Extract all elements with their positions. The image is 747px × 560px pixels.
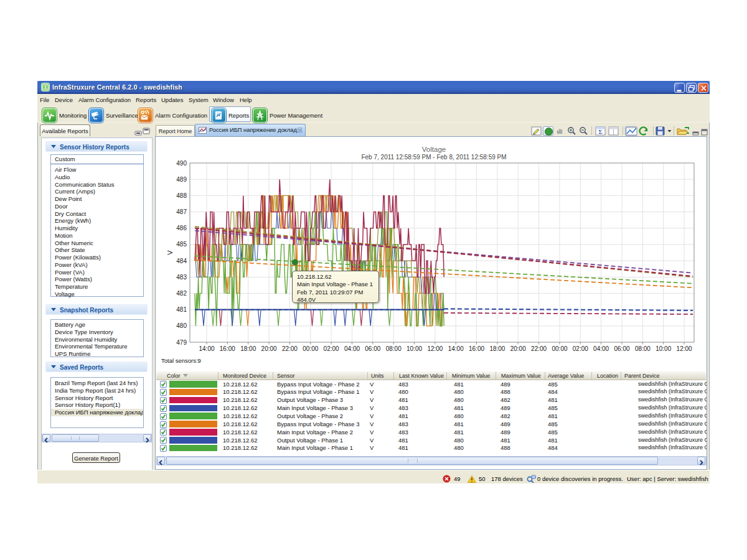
svg-text:06:00: 06:00 <box>614 345 629 352</box>
svg-text:00:00: 00:00 <box>303 345 318 352</box>
svg-text:480: 480 <box>176 322 187 329</box>
svg-text:20:00: 20:00 <box>261 345 277 352</box>
svg-text:02:00: 02:00 <box>324 345 339 352</box>
svg-text:06:00: 06:00 <box>365 345 380 352</box>
svg-text:22:00: 22:00 <box>531 345 547 352</box>
svg-text:14:00: 14:00 <box>199 345 214 352</box>
svg-text:481: 481 <box>176 306 187 313</box>
svg-text:483: 483 <box>176 274 187 281</box>
svg-text:12:00: 12:00 <box>677 345 692 352</box>
svg-text:16:00: 16:00 <box>469 345 484 352</box>
svg-text:488: 488 <box>176 192 187 199</box>
svg-text:Feb 7, 2011 12:58:59 PM - Feb: Feb 7, 2011 12:58:59 PM - Feb 8, 2011 12… <box>361 154 506 161</box>
svg-text:490: 490 <box>176 160 187 167</box>
svg-text:487: 487 <box>176 208 187 215</box>
svg-text:12:00: 12:00 <box>427 345 443 352</box>
svg-text:489: 489 <box>176 176 187 183</box>
svg-text:14:00: 14:00 <box>448 345 464 352</box>
svg-text:485: 485 <box>176 241 187 248</box>
svg-text:20:00: 20:00 <box>510 345 526 352</box>
svg-text:Σ: Σ <box>599 129 603 135</box>
svg-text:08:00: 08:00 <box>386 345 402 352</box>
svg-text:Voltage: Voltage <box>422 146 446 153</box>
svg-text:08:00: 08:00 <box>635 345 651 352</box>
svg-text:484: 484 <box>176 258 187 264</box>
svg-text:22:00: 22:00 <box>282 345 298 352</box>
svg-text:02:00: 02:00 <box>573 345 588 352</box>
svg-text:482: 482 <box>176 290 187 297</box>
svg-text:18:00: 18:00 <box>489 345 505 352</box>
svg-text:V: V <box>166 250 174 255</box>
svg-text:10:00: 10:00 <box>406 345 422 352</box>
svg-text:479: 479 <box>176 339 187 346</box>
svg-text:00:00: 00:00 <box>552 345 567 352</box>
svg-text:04:00: 04:00 <box>344 345 360 352</box>
svg-text:16:00: 16:00 <box>220 345 235 352</box>
svg-text:04:00: 04:00 <box>593 345 609 352</box>
svg-text:18:00: 18:00 <box>240 345 256 352</box>
svg-text:10:00: 10:00 <box>655 345 671 352</box>
svg-text:486: 486 <box>176 225 187 231</box>
